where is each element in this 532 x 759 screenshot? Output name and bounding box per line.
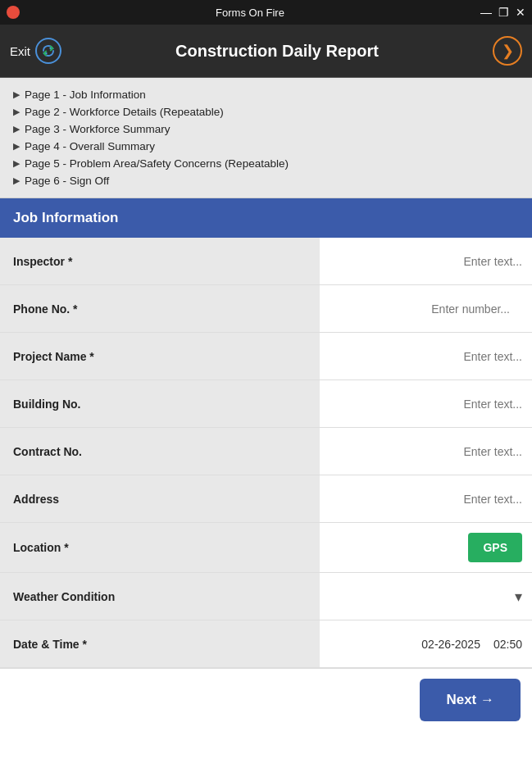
phone-label: Phone No. * <box>0 285 320 332</box>
exit-label: Exit <box>10 44 30 58</box>
toc-arrow-2: ▶ <box>13 107 20 117</box>
toc-arrow-4: ▶ <box>13 141 20 152</box>
date-value: 02-26-2025 <box>421 638 480 651</box>
app-header: Exit Construction Daily Report ❯ <box>0 25 532 78</box>
weather-input-area[interactable]: ▾ <box>320 573 532 620</box>
address-input-area[interactable] <box>320 475 532 522</box>
datetime-value: 02-26-2025 02:50 <box>421 638 522 651</box>
toc-label-4: Page 4 - Overall Summary <box>25 140 155 152</box>
toc-label-2: Page 2 - Workforce Details (Repeatable) <box>25 106 224 118</box>
app-name: Forms On Fire <box>20 7 480 19</box>
toc-label-5: Page 5 - Problem Area/Safety Concerns (R… <box>25 157 289 170</box>
location-row: Location * GPS <box>0 523 532 573</box>
close-button[interactable]: ✕ <box>516 7 525 18</box>
location-label: Location * <box>0 523 320 572</box>
toc-label-6: Page 6 - Sign Off <box>25 175 109 187</box>
building-no-input[interactable] <box>330 398 522 411</box>
toc-arrow-1: ▶ <box>13 89 20 100</box>
building-no-label: Building No. <box>0 380 320 427</box>
address-input[interactable] <box>330 493 522 506</box>
toc-item-4[interactable]: ▶ Page 4 - Overall Summary <box>13 138 519 155</box>
datetime-input-area[interactable]: 02-26-2025 02:50 <box>320 620 532 667</box>
exit-button[interactable]: Exit <box>10 38 61 64</box>
datetime-row: Date & Time * 02-26-2025 02:50 <box>0 620 532 668</box>
sync-icon <box>35 38 61 64</box>
inspector-input[interactable] <box>330 255 522 268</box>
contract-no-row: Contract No. <box>0 428 532 475</box>
inspector-input-area[interactable] <box>320 238 532 284</box>
weather-row: Weather Condition ▾ <box>0 573 532 620</box>
app-icon <box>7 6 20 19</box>
toc-item-2[interactable]: ▶ Page 2 - Workforce Details (Repeatable… <box>13 103 519 120</box>
toc-item-5[interactable]: ▶ Page 5 - Problem Area/Safety Concerns … <box>13 155 519 172</box>
contract-no-label: Contract No. <box>0 428 320 475</box>
toc-item-6[interactable]: ▶ Page 6 - Sign Off <box>13 172 519 189</box>
building-no-row: Building No. <box>0 380 532 428</box>
time-value: 02:50 <box>493 638 522 651</box>
toc-arrow-6: ▶ <box>13 175 20 186</box>
phone-row: Phone No. * <box>0 285 532 333</box>
gps-button[interactable]: GPS <box>468 533 522 562</box>
toc-arrow-3: ▶ <box>13 124 20 134</box>
contract-no-input[interactable] <box>330 445 522 458</box>
minimize-button[interactable]: — <box>480 7 492 18</box>
toc-item-3[interactable]: ▶ Page 3 - Workforce Summary <box>13 120 519 138</box>
datetime-label: Date & Time * <box>0 620 320 667</box>
project-name-input[interactable] <box>330 350 522 363</box>
contract-no-input-area[interactable] <box>320 428 532 475</box>
title-bar: Forms On Fire — ❐ ✕ <box>0 0 532 25</box>
header-next-icon[interactable]: ❯ <box>493 36 522 66</box>
phone-input-area[interactable] <box>320 285 532 332</box>
section-header: Job Information <box>0 198 532 238</box>
inspector-label: Inspector * <box>0 238 320 284</box>
next-label: Next → <box>446 692 494 708</box>
phone-input[interactable] <box>330 302 522 316</box>
location-input-area: GPS <box>320 523 532 572</box>
toc-label-1: Page 1 - Job Information <box>25 89 146 101</box>
address-row: Address <box>0 475 532 523</box>
main-content: ▶ Page 1 - Job Information ▶ Page 2 - Wo… <box>0 78 532 759</box>
window-controls: — ❐ ✕ <box>480 7 525 18</box>
weather-label: Weather Condition <box>0 573 320 620</box>
page-title: Construction Daily Report <box>61 42 493 61</box>
restore-button[interactable]: ❐ <box>498 7 509 18</box>
toc-section: ▶ Page 1 - Job Information ▶ Page 2 - Wo… <box>0 78 532 198</box>
toc-item-1[interactable]: ▶ Page 1 - Job Information <box>13 86 519 103</box>
bottom-bar: Next → <box>0 668 532 731</box>
toc-label-3: Page 3 - Workforce Summary <box>25 123 171 135</box>
next-button[interactable]: Next → <box>420 679 521 721</box>
project-name-row: Project Name * <box>0 333 532 380</box>
toc-arrow-5: ▶ <box>13 158 20 169</box>
building-no-input-area[interactable] <box>320 380 532 427</box>
weather-dropdown-arrow[interactable]: ▾ <box>515 588 522 606</box>
section-title: Job Information <box>13 210 118 225</box>
project-name-label: Project Name * <box>0 333 320 380</box>
project-name-input-area[interactable] <box>320 333 532 380</box>
inspector-row: Inspector * <box>0 238 532 285</box>
address-label: Address <box>0 475 320 522</box>
